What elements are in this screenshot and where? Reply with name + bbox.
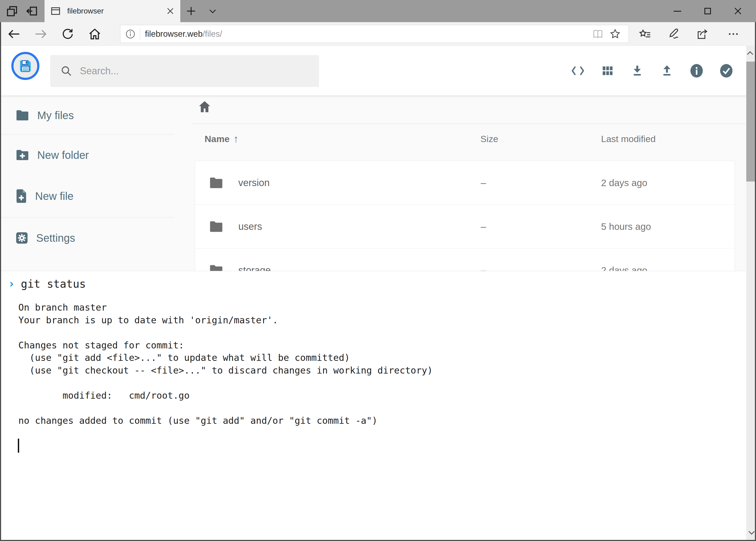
scroll-up-button[interactable] <box>746 46 755 61</box>
back-icon <box>7 27 21 41</box>
grid-view-icon <box>601 64 614 77</box>
sidebar-label: My files <box>37 109 74 122</box>
minimize-button[interactable] <box>662 0 692 22</box>
search-icon <box>61 65 72 77</box>
tab-favicon <box>51 6 61 16</box>
terminal-output: On branch master Your branch is up to da… <box>18 301 756 427</box>
url-input[interactable]: filebrowser.web/files/ <box>120 25 629 43</box>
forward-button[interactable] <box>32 22 49 46</box>
search-input[interactable] <box>80 65 315 77</box>
download-button[interactable] <box>630 63 644 79</box>
sidebar-divider <box>0 217 174 218</box>
terminal-command: git status <box>21 277 86 290</box>
maximize-button[interactable] <box>692 0 723 22</box>
chevron-down-icon <box>208 6 217 16</box>
browser-window: filebrowser <box>0 0 756 541</box>
minimize-icon <box>674 11 681 12</box>
home-button[interactable] <box>86 22 104 46</box>
code-brackets-icon <box>571 65 585 77</box>
new-tab-icon <box>186 6 196 16</box>
vertical-scrollbar[interactable] <box>746 46 755 541</box>
file-name: version <box>238 177 270 189</box>
scroll-up-icon <box>747 51 753 58</box>
upload-button[interactable] <box>660 63 674 79</box>
maximize-icon <box>704 8 711 14</box>
app-logo[interactable] <box>11 52 39 80</box>
sidebar-item-my-files[interactable]: My files <box>0 104 174 127</box>
file-size: – <box>481 221 486 232</box>
home-icon <box>88 27 102 41</box>
close-window-button[interactable] <box>723 0 753 22</box>
column-header-size[interactable]: Size <box>480 134 498 144</box>
listing-header: Name ↑ Size Last modified <box>195 133 735 149</box>
sidebar-label: New folder <box>37 149 89 161</box>
share-icon <box>696 28 708 40</box>
file-row-users[interactable]: users – 5 hours ago <box>195 205 735 249</box>
new-folder-icon <box>16 149 29 161</box>
folder-icon <box>209 221 223 233</box>
url-path: /files/ <box>203 29 222 39</box>
scroll-down-icon <box>748 529 755 535</box>
sidebar-divider <box>0 134 174 135</box>
file-modified: 2 days ago <box>601 178 647 188</box>
tab-previews-icon <box>6 5 18 17</box>
refresh-icon <box>61 27 75 41</box>
breadcrumb-home-icon <box>197 100 212 114</box>
new-file-icon <box>16 189 27 203</box>
file-size: – <box>481 177 486 189</box>
web-note-button[interactable] <box>663 22 685 46</box>
column-header-name[interactable]: Name ↑ <box>205 133 239 145</box>
sidebar-label: Settings <box>36 232 75 244</box>
info-button[interactable] <box>690 63 703 79</box>
terminal-cursor <box>18 439 19 453</box>
url-divider <box>140 28 140 40</box>
sidebar-item-settings[interactable]: Settings <box>0 226 174 250</box>
scroll-down-button[interactable] <box>746 525 755 540</box>
show-tab-previews-button[interactable] <box>2 0 22 22</box>
more-dots-icon <box>727 28 740 40</box>
star-icon <box>609 28 621 40</box>
column-header-modified[interactable]: Last modified <box>601 134 655 144</box>
check-circle-icon <box>720 63 733 78</box>
tab-list-dropdown-button[interactable] <box>203 0 222 22</box>
terminal-prompt-icon: › <box>8 277 15 290</box>
raw-code-button[interactable] <box>571 63 585 79</box>
terminal-panel[interactable]: › git status On branch master Your branc… <box>0 271 756 541</box>
settings-gear-icon <box>16 232 28 244</box>
back-button[interactable] <box>5 22 23 46</box>
file-row-version[interactable]: version – 2 days ago <box>195 161 735 205</box>
refresh-button[interactable] <box>59 22 76 46</box>
floppy-disk-icon <box>18 58 33 74</box>
new-tab-button[interactable] <box>181 0 201 22</box>
address-bar: filebrowser.web/files/ <box>0 22 756 46</box>
favorites-hub-icon <box>639 28 651 40</box>
info-icon <box>690 63 703 78</box>
tab-title: filebrowser <box>67 7 166 15</box>
breadcrumb-home-button[interactable] <box>197 99 212 114</box>
download-icon <box>631 64 644 77</box>
window-border-bottom <box>0 540 756 541</box>
add-favorite-button[interactable] <box>607 25 624 43</box>
search-bar[interactable] <box>50 55 319 87</box>
tab-filebrowser[interactable]: filebrowser <box>45 0 180 22</box>
tab-bar: filebrowser <box>0 0 756 22</box>
sidebar-item-new-file[interactable]: New file <box>0 184 174 208</box>
close-window-icon <box>734 7 742 15</box>
sidebar-item-new-folder[interactable]: New folder <box>0 143 174 167</box>
scrollbar-thumb[interactable] <box>746 62 755 182</box>
reading-view-button[interactable] <box>589 25 607 43</box>
set-tabs-aside-icon <box>26 5 38 17</box>
settings-more-button[interactable] <box>722 22 744 46</box>
share-button[interactable] <box>691 22 713 46</box>
window-border-right <box>755 22 756 541</box>
reading-view-icon <box>592 28 604 40</box>
file-name: users <box>238 221 262 232</box>
grid-view-button[interactable] <box>601 63 614 79</box>
select-multiple-button[interactable] <box>720 63 733 79</box>
favorites-hub-button[interactable] <box>634 22 656 46</box>
window-border-left <box>0 22 1 541</box>
close-tab-icon[interactable] <box>166 7 174 15</box>
folder-icon <box>16 109 29 121</box>
set-tabs-aside-button[interactable] <box>22 0 42 22</box>
site-info-icon[interactable] <box>125 29 135 39</box>
